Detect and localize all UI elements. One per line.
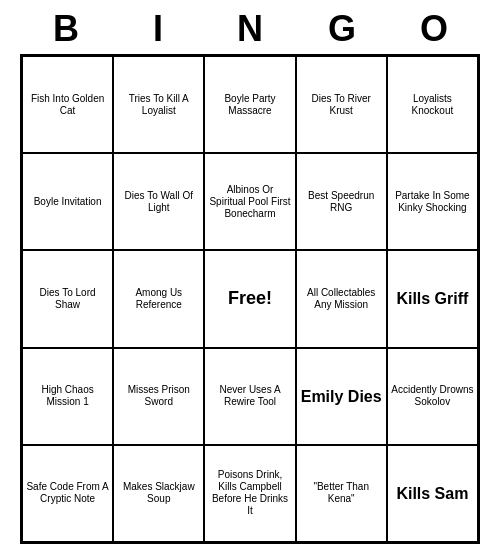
- cell-20[interactable]: Safe Code From A Cryptic Note: [22, 445, 113, 542]
- cell-8[interactable]: Best Speedrun RNG: [296, 153, 387, 250]
- cell-3[interactable]: Dies To River Krust: [296, 56, 387, 153]
- bingo-grid: Fish Into Golden CatTries To Kill A Loya…: [20, 54, 480, 544]
- cell-11[interactable]: Among Us Reference: [113, 250, 204, 347]
- cell-7[interactable]: Albinos Or Spiritual Pool First Bonechar…: [204, 153, 295, 250]
- cell-6[interactable]: Dies To Wall Of Light: [113, 153, 204, 250]
- title-n: N: [225, 8, 275, 50]
- cell-19[interactable]: Accidently Drowns Sokolov: [387, 348, 478, 445]
- cell-12[interactable]: Free!: [204, 250, 295, 347]
- cell-21[interactable]: Makes Slackjaw Soup: [113, 445, 204, 542]
- cell-15[interactable]: High Chaos Mission 1: [22, 348, 113, 445]
- title-i: I: [133, 8, 183, 50]
- cell-17[interactable]: Never Uses A Rewire Tool: [204, 348, 295, 445]
- cell-14[interactable]: Kills Griff: [387, 250, 478, 347]
- cell-18[interactable]: Emily Dies: [296, 348, 387, 445]
- cell-1[interactable]: Tries To Kill A Loyalist: [113, 56, 204, 153]
- cell-4[interactable]: Loyalists Knockout: [387, 56, 478, 153]
- cell-0[interactable]: Fish Into Golden Cat: [22, 56, 113, 153]
- cell-24[interactable]: Kills Sam: [387, 445, 478, 542]
- bingo-title: B I N G O: [20, 8, 480, 50]
- cell-13[interactable]: All Collectables Any Mission: [296, 250, 387, 347]
- cell-10[interactable]: Dies To Lord Shaw: [22, 250, 113, 347]
- cell-2[interactable]: Boyle Party Massacre: [204, 56, 295, 153]
- cell-23[interactable]: "Better Than Kena": [296, 445, 387, 542]
- title-g: G: [317, 8, 367, 50]
- cell-16[interactable]: Misses Prison Sword: [113, 348, 204, 445]
- cell-9[interactable]: Partake In Some Kinky Shocking: [387, 153, 478, 250]
- title-b: B: [41, 8, 91, 50]
- cell-22[interactable]: Poisons Drink, Kills Campbell Before He …: [204, 445, 295, 542]
- title-o: O: [409, 8, 459, 50]
- cell-5[interactable]: Boyle Invitation: [22, 153, 113, 250]
